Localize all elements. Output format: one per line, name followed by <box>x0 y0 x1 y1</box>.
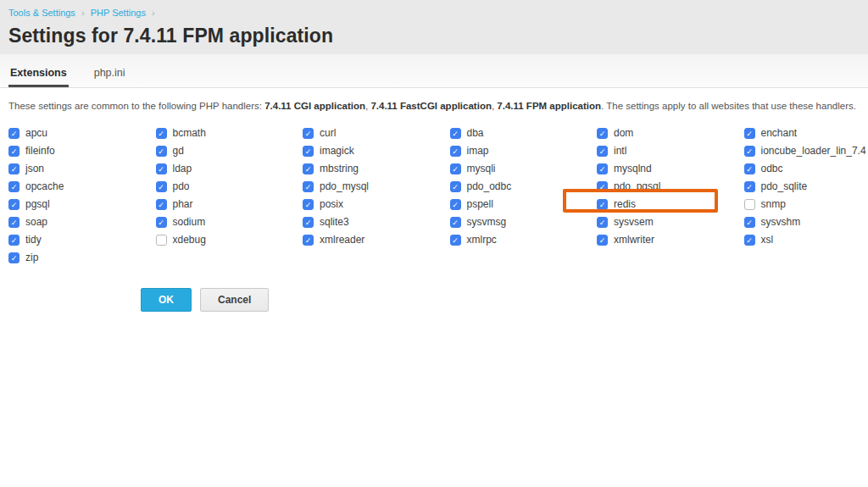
checkbox-checked-icon[interactable]: ✓ <box>744 217 755 228</box>
checkbox-checked-icon[interactable]: ✓ <box>8 128 19 139</box>
checkbox-checked-icon[interactable]: ✓ <box>744 181 755 192</box>
checkbox-checked-icon[interactable]: ✓ <box>450 217 461 228</box>
breadcrumb-link-tools-settings[interactable]: Tools & Settings <box>8 8 75 18</box>
checkbox-checked-icon[interactable]: ✓ <box>744 128 755 139</box>
checkbox-checked-icon[interactable]: ✓ <box>303 199 314 210</box>
extension-checkbox-item[interactable]: ✓gd <box>156 145 184 157</box>
checkbox-checked-icon[interactable]: ✓ <box>450 199 461 210</box>
extension-checkbox-item[interactable]: ✓xmlrpc <box>450 234 497 246</box>
checkbox-checked-icon[interactable]: ✓ <box>303 235 314 246</box>
checkbox-checked-icon[interactable]: ✓ <box>450 146 461 157</box>
checkbox-checked-icon[interactable]: ✓ <box>8 252 19 263</box>
checkbox-checked-icon[interactable]: ✓ <box>8 235 19 246</box>
extension-checkbox-item[interactable]: ✓mbstring <box>303 163 359 174</box>
checkbox-checked-icon[interactable]: ✓ <box>450 235 461 246</box>
checkbox-checked-icon[interactable]: ✓ <box>303 146 314 157</box>
extension-checkbox-item[interactable]: ✓apcu <box>8 127 47 139</box>
extension-label: ioncube_loader_lin_7.4 <box>761 145 866 157</box>
checkbox-unchecked-icon[interactable] <box>744 199 755 210</box>
checkbox-checked-icon[interactable]: ✓ <box>597 199 608 210</box>
checkbox-checked-icon[interactable]: ✓ <box>156 146 167 157</box>
extension-checkbox-item[interactable]: ✓phar <box>156 198 193 210</box>
extension-checkbox-item[interactable]: snmp <box>744 198 786 210</box>
handler-name: 7.4.11 FastCGI application <box>370 101 492 111</box>
checkbox-checked-icon[interactable]: ✓ <box>156 163 167 174</box>
extension-checkbox-item[interactable]: ✓fileinfo <box>8 145 55 157</box>
extension-checkbox-item[interactable]: ✓bcmath <box>156 127 206 139</box>
extension-label: imagick <box>320 145 354 157</box>
extension-checkbox-item[interactable]: ✓zip <box>8 252 38 263</box>
checkbox-checked-icon[interactable]: ✓ <box>156 217 167 228</box>
checkbox-checked-icon[interactable]: ✓ <box>744 163 755 174</box>
breadcrumb-link-php-settings[interactable]: PHP Settings <box>91 8 146 18</box>
cancel-button[interactable]: Cancel <box>200 288 269 312</box>
checkbox-checked-icon[interactable]: ✓ <box>303 163 314 174</box>
extension-checkbox-item[interactable]: ✓pspell <box>450 198 493 210</box>
checkbox-checked-icon[interactable]: ✓ <box>8 217 19 228</box>
tab-php-ini[interactable]: php.ini <box>92 67 127 87</box>
extension-checkbox-item[interactable]: ✓xmlreader <box>303 234 364 246</box>
extension-checkbox-item[interactable]: ✓mysqli <box>450 163 496 174</box>
extension-checkbox-item[interactable]: ✓pdo_mysql <box>303 180 369 192</box>
checkbox-checked-icon[interactable]: ✓ <box>156 181 167 192</box>
checkbox-checked-icon[interactable]: ✓ <box>303 128 314 139</box>
extension-checkbox-item[interactable]: ✓dba <box>450 127 484 139</box>
extension-checkbox-item[interactable]: ✓sysvsem <box>597 216 654 228</box>
ok-button[interactable]: OK <box>141 288 192 312</box>
extension-checkbox-item[interactable]: ✓pdo <box>156 180 190 192</box>
extension-label: sysvsem <box>614 216 654 228</box>
extension-checkbox-item[interactable]: ✓mysqlnd <box>597 163 652 174</box>
checkbox-checked-icon[interactable]: ✓ <box>450 163 461 174</box>
extension-checkbox-item[interactable]: ✓pdo_pgsql <box>597 180 660 192</box>
extension-checkbox-item[interactable]: ✓imagick <box>303 145 354 157</box>
checkbox-checked-icon[interactable]: ✓ <box>597 217 608 228</box>
extension-checkbox-item[interactable]: xdebug <box>156 234 206 246</box>
extension-checkbox-item[interactable]: ✓pgsql <box>8 198 50 210</box>
extension-label: xmlwriter <box>614 234 654 246</box>
extension-checkbox-item[interactable]: ✓soap <box>8 216 47 228</box>
checkbox-checked-icon[interactable]: ✓ <box>744 235 755 246</box>
checkbox-checked-icon[interactable]: ✓ <box>8 199 19 210</box>
extension-checkbox-item[interactable]: ✓sodium <box>156 216 206 228</box>
extension-checkbox-item[interactable]: ✓pdo_sqlite <box>744 180 808 192</box>
extension-checkbox-item[interactable]: ✓curl <box>303 127 336 139</box>
extension-checkbox-item[interactable]: ✓redis <box>597 198 636 210</box>
extension-checkbox-item[interactable]: ✓dom <box>597 127 633 139</box>
checkbox-checked-icon[interactable]: ✓ <box>156 128 167 139</box>
checkbox-checked-icon[interactable]: ✓ <box>303 217 314 228</box>
tab-extensions[interactable]: Extensions <box>8 67 69 87</box>
checkbox-checked-icon[interactable]: ✓ <box>597 181 608 192</box>
extension-checkbox-item[interactable]: ✓xsl <box>744 234 774 246</box>
extension-label: mbstring <box>320 163 359 174</box>
extension-checkbox-item[interactable]: ✓xmlwriter <box>597 234 654 246</box>
extension-checkbox-item[interactable]: ✓json <box>8 163 44 174</box>
checkbox-checked-icon[interactable]: ✓ <box>597 128 608 139</box>
extension-checkbox-item[interactable]: ✓pdo_odbc <box>450 180 512 192</box>
extension-checkbox-item[interactable]: ✓sysvmsg <box>450 216 507 228</box>
extension-checkbox-item[interactable]: ✓imap <box>450 145 489 157</box>
checkbox-checked-icon[interactable]: ✓ <box>450 181 461 192</box>
extension-checkbox-item[interactable]: ✓ldap <box>156 163 192 174</box>
extension-checkbox-item[interactable]: ✓opcache <box>8 180 64 192</box>
checkbox-unchecked-icon[interactable] <box>156 235 167 246</box>
extension-checkbox-item[interactable]: ✓posix <box>303 198 343 210</box>
checkbox-checked-icon[interactable]: ✓ <box>8 163 19 174</box>
extension-label: xmlrpc <box>467 234 497 246</box>
checkbox-checked-icon[interactable]: ✓ <box>597 235 608 246</box>
extension-checkbox-item[interactable]: ✓sysvshm <box>744 216 801 228</box>
extension-checkbox-item[interactable]: ✓enchant <box>744 127 798 139</box>
checkbox-checked-icon[interactable]: ✓ <box>597 146 608 157</box>
extension-checkbox-item[interactable]: ✓intl <box>597 145 626 157</box>
checkbox-checked-icon[interactable]: ✓ <box>450 128 461 139</box>
checkbox-checked-icon[interactable]: ✓ <box>156 199 167 210</box>
checkbox-checked-icon[interactable]: ✓ <box>8 146 19 157</box>
extension-label: zip <box>25 252 38 263</box>
extension-checkbox-item[interactable]: ✓odbc <box>744 163 783 174</box>
checkbox-checked-icon[interactable]: ✓ <box>597 163 608 174</box>
extension-checkbox-item[interactable]: ✓tidy <box>8 234 42 246</box>
checkbox-checked-icon[interactable]: ✓ <box>744 146 755 157</box>
extension-checkbox-item[interactable]: ✓sqlite3 <box>303 216 349 228</box>
checkbox-checked-icon[interactable]: ✓ <box>303 181 314 192</box>
checkbox-checked-icon[interactable]: ✓ <box>8 181 19 192</box>
extension-checkbox-item[interactable]: ✓ioncube_loader_lin_7.4 <box>744 145 866 157</box>
